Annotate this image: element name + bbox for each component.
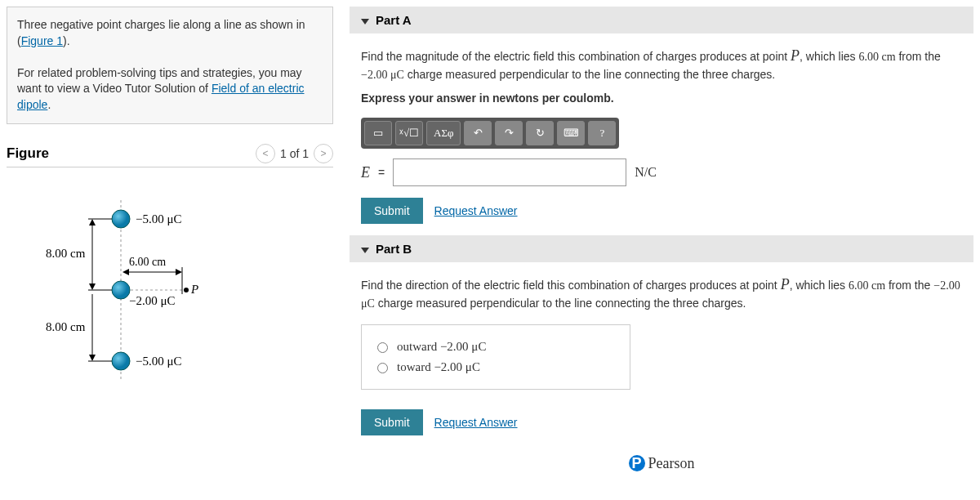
radio-outward[interactable]	[377, 342, 388, 353]
svg-marker-13	[89, 355, 96, 361]
svg-point-21	[112, 210, 130, 228]
figure-diagram: −5.00 μC −2.00 μC −5.00 μC 8.00 cm 8.00 …	[7, 184, 333, 396]
svg-text:−5.00 μC: −5.00 μC	[136, 355, 182, 368]
part-a-header[interactable]: Part A	[350, 7, 973, 33]
keyboard-tool[interactable]: ⌨	[557, 121, 585, 145]
pearson-brand: Pearson	[648, 455, 695, 471]
svg-marker-18	[122, 269, 129, 275]
redo-tool[interactable]: ↷	[495, 121, 523, 145]
svg-text:−5.00 μC: −5.00 μC	[136, 212, 182, 225]
svg-text:8.00 cm: 8.00 cm	[46, 247, 86, 260]
answer-variable: E	[361, 164, 370, 181]
svg-marker-19	[176, 269, 182, 275]
svg-text:−2.00 μC: −2.00 μC	[129, 294, 176, 307]
svg-marker-4	[89, 283, 96, 290]
reset-tool[interactable]: ↻	[526, 121, 554, 145]
answer-input[interactable]	[393, 158, 626, 186]
svg-text:P: P	[190, 283, 198, 296]
greek-tool[interactable]: ΑΣφ	[426, 121, 461, 145]
radio-toward[interactable]	[377, 363, 388, 373]
submit-button[interactable]: Submit	[361, 409, 423, 435]
part-b-header[interactable]: Part B	[350, 235, 973, 262]
svg-point-24	[184, 288, 189, 292]
part-b-question: Find the direction of the electric field…	[361, 274, 962, 312]
option-outward[interactable]: outward −2.00 μC	[373, 337, 618, 357]
part-a-instructions: Express your answer in newtons per coulo…	[361, 92, 962, 105]
undo-tool[interactable]: ↶	[464, 121, 492, 145]
sqrt-tool[interactable]: ᵡ√☐	[395, 121, 423, 145]
figure-title: Figure	[7, 145, 49, 162]
submit-button[interactable]: Submit	[361, 198, 423, 224]
figure-next[interactable]: >	[314, 144, 333, 163]
svg-point-22	[112, 281, 130, 299]
collapse-icon	[361, 248, 369, 253]
pearson-logo-icon: P	[629, 455, 645, 471]
equation-toolbar: ▭ ᵡ√☐ ΑΣφ ↶ ↷ ↻ ⌨ ?	[361, 118, 619, 149]
options-group: outward −2.00 μC toward −2.00 μC	[361, 324, 630, 390]
footer: PPearson	[350, 447, 973, 480]
figure-link[interactable]: Figure 1	[21, 34, 63, 47]
figure-prev[interactable]: <	[256, 144, 275, 163]
svg-text:8.00 cm: 8.00 cm	[46, 320, 86, 333]
svg-point-23	[112, 352, 130, 370]
problem-intro: Three negative point charges lie along a…	[7, 7, 333, 124]
request-answer-link[interactable]: Request Answer	[434, 204, 518, 217]
svg-text:6.00 cm: 6.00 cm	[129, 256, 166, 268]
part-a-question: Find the magnitude of the electric field…	[361, 45, 962, 83]
option-toward[interactable]: toward −2.00 μC	[373, 357, 618, 377]
request-answer-link[interactable]: Request Answer	[434, 416, 518, 429]
template-tool[interactable]: ▭	[364, 121, 392, 145]
answer-unit: N/C	[635, 165, 657, 180]
collapse-icon	[361, 19, 369, 25]
help-tool[interactable]: ?	[588, 121, 616, 145]
svg-marker-3	[89, 219, 96, 225]
figure-counter: 1 of 1	[280, 147, 309, 160]
